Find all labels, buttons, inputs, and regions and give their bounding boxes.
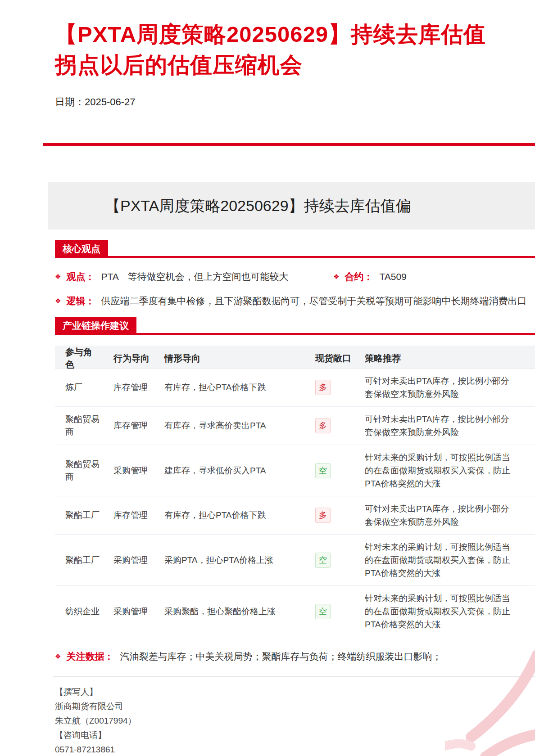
page-title-line2: 拐点以后的估值压缩机会 [55, 50, 303, 80]
exposure-badge: 多 [315, 508, 331, 523]
strategy-line: 针对未来的采购计划，可按照比例适当 [365, 540, 535, 554]
strategy-line: PTA价格突然的大涨 [365, 567, 535, 580]
footer-line: 【咨询电话】 [55, 728, 136, 742]
advice-table-body: 炼厂 库存管理 有库存，担心PTA价格下跌 多 可针对未卖出PTA库存，按比例小… [55, 369, 535, 637]
logic-value: 供应端二季度有集中检修，且下游聚酯数据尚可，尽管受制于关税等预期可能影响中长期终… [101, 296, 526, 306]
view-value: PTA 等待做空机会，但上方空间也可能较大 [101, 271, 288, 282]
cell-strategy: 可针对未卖出PTA库存，按比例小部分套保做空来预防意外风险 [365, 413, 535, 439]
cell-situation: 建库存，寻求低价买入PTA [164, 464, 315, 477]
cell-situation: 采购聚酯，担心聚酯价格上涨 [164, 605, 315, 618]
section-rule-advice [55, 333, 535, 335]
header-exposure: 现货敞口 [315, 352, 365, 364]
footer-line: 0571-87213861 [55, 742, 136, 756]
cell-situation: 采购PTA，担心PTA价格上涨 [164, 554, 315, 567]
cell-behavior: 采购管理 [113, 464, 164, 477]
cell-exposure: 空 [315, 463, 365, 478]
section-heading-core-view: 核心观点 [55, 240, 108, 258]
footer-author-block: 【撰写人】浙商期货有限公司朱立航（Z0017994）【咨询电话】0571-872… [55, 685, 136, 756]
cell-exposure: 多 [315, 380, 365, 395]
header-strategy: 策略推荐 [365, 352, 535, 364]
cell-behavior: 库存管理 [113, 381, 164, 394]
exposure-badge: 空 [315, 463, 331, 478]
page-title-line1: 【PXTA周度策略20250629】持续去库估值 [55, 20, 486, 50]
diamond-bullet-icon: ❖ [333, 273, 339, 280]
header-role: 参与角色 [55, 346, 113, 371]
publish-date: 日期：2025-06-27 [55, 95, 136, 109]
advice-table-header: 参与角色 行为导向 情形导向 现货敞口 策略推荐 [55, 346, 535, 369]
table-row: 炼厂 库存管理 有库存，担心PTA价格下跌 多 可针对未卖出PTA库存，按比例小… [55, 369, 535, 407]
contract-label: 合约： [345, 271, 373, 282]
advice-table: 参与角色 行为导向 情形导向 现货敞口 策略推荐 炼厂 库存管理 有库存，担心P… [55, 346, 535, 637]
strategy-line: PTA价格突然的大涨 [365, 477, 535, 490]
footer-line: 【撰写人】 [55, 685, 136, 699]
exposure-badge: 空 [315, 604, 331, 619]
cell-strategy: 可针对未卖出PTA库存，按比例小部分套保做空来预防意外风险 [365, 502, 535, 528]
cell-behavior: 采购管理 [113, 605, 164, 618]
focus-value: 汽油裂差与库存；中美关税局势；聚酯库存与负荷；终端纺织服装出口影响； [120, 651, 441, 662]
cell-behavior: 库存管理 [113, 509, 164, 522]
cell-strategy: 可针对未卖出PTA库存，按比例小部分套保做空来预防意外风险 [365, 374, 535, 400]
focus-label: 关注数据： [66, 651, 113, 662]
cell-role: 聚酯贸易商 [55, 458, 113, 483]
section-rule-core-view [55, 256, 535, 258]
cell-role: 炼厂 [55, 381, 113, 394]
cell-role: 纺织企业 [55, 605, 113, 618]
cell-behavior: 库存管理 [113, 419, 164, 432]
table-row: 聚酯工厂 采购管理 采购PTA，担心PTA价格上涨 空 针对未来的采购计划，可按… [55, 535, 535, 586]
exposure-badge: 多 [315, 418, 331, 433]
strategy-line: 可针对未卖出PTA库存，按比例小部分 [365, 374, 535, 387]
diamond-bullet-icon: ❖ [55, 297, 61, 305]
strategy-line: 可针对未卖出PTA库存，按比例小部分 [365, 502, 535, 515]
cell-strategy: 针对未来的采购计划，可按照比例适当的在盘面做期货或期权买入套保，防止PTA价格突… [365, 592, 535, 631]
bullet-contract: ❖合约：TA509 [333, 270, 407, 283]
table-row: 聚酯贸易商 采购管理 建库存，寻求低价买入PTA 空 针对未来的采购计划，可按照… [55, 445, 535, 496]
section-heading-advice: 产业链操作建议 [55, 317, 136, 335]
strategy-line: 的在盘面做期货或期权买入套保，防止 [365, 605, 535, 618]
strategy-line: 套保做空来预防意外风险 [365, 426, 535, 439]
strategy-line: 套保做空来预防意外风险 [365, 387, 535, 400]
table-row: 纺织企业 采购管理 采购聚酯，担心聚酯价格上涨 空 针对未来的采购计划，可按照比… [55, 586, 535, 637]
cell-exposure: 多 [315, 418, 365, 433]
brand-watermark [445, 630, 535, 756]
view-label: 观点： [66, 271, 95, 282]
strategy-line: 针对未来的采购计划，可按照比例适当 [365, 451, 535, 464]
strategy-line: 的在盘面做期货或期权买入套保，防止 [365, 464, 535, 477]
cell-exposure: 多 [315, 508, 365, 523]
footer-line: 朱立航（Z0017994） [55, 714, 136, 728]
table-row: 聚酯贸易商 库存管理 有库存，寻求高价卖出PTA 多 可针对未卖出PTA库存，按… [55, 407, 535, 445]
header-behavior: 行为导向 [113, 352, 164, 364]
cell-exposure: 空 [315, 553, 365, 568]
cell-exposure: 空 [315, 604, 365, 619]
cell-strategy: 针对未来的采购计划，可按照比例适当的在盘面做期货或期权买入套保，防止PTA价格突… [365, 540, 535, 580]
header-situation: 情形导向 [164, 352, 315, 364]
banner-title: 【PXTA周度策略20250629】持续去库估值偏 [105, 182, 411, 230]
strategy-line: 针对未来的采购计划，可按照比例适当 [365, 592, 535, 605]
strategy-line: 可针对未卖出PTA库存，按比例小部分 [365, 413, 535, 426]
diamond-bullet-icon: ❖ [55, 652, 61, 660]
strategy-line: 的在盘面做期货或期权买入套保，防止 [365, 554, 535, 567]
cell-strategy: 针对未来的采购计划，可按照比例适当的在盘面做期货或期权买入套保，防止PTA价格突… [365, 451, 535, 490]
cell-situation: 有库存，担心PTA价格下跌 [164, 509, 315, 522]
contract-value: TA509 [379, 271, 406, 282]
exposure-badge: 空 [315, 553, 331, 568]
cell-behavior: 采购管理 [113, 554, 164, 567]
bullet-logic: ❖逻辑：供应端二季度有集中检修，且下游聚酯数据尚可，尽管受制于关税等预期可能影响… [55, 295, 535, 307]
diamond-bullet-icon: ❖ [55, 273, 61, 280]
cell-situation: 有库存，担心PTA价格下跌 [164, 381, 315, 394]
top-divider [43, 143, 535, 146]
strategy-line: 套保做空来预防意外风险 [365, 515, 535, 528]
cell-role: 聚酯工厂 [55, 509, 113, 522]
bullet-view: ❖观点：PTA 等待做空机会，但上方空间也可能较大 [55, 270, 289, 283]
report-banner: 【PXTA周度策略20250629】持续去库估值偏 [48, 182, 535, 230]
strategy-line: PTA价格突然的大涨 [365, 618, 535, 631]
footer-line: 浙商期货有限公司 [55, 699, 136, 714]
table-row: 聚酯工厂 库存管理 有库存，担心PTA价格下跌 多 可针对未卖出PTA库存，按比… [55, 496, 535, 535]
exposure-badge: 多 [315, 380, 331, 395]
logic-label: 逻辑： [66, 296, 95, 306]
cell-situation: 有库存，寻求高价卖出PTA [164, 419, 315, 432]
cell-role: 聚酯工厂 [55, 554, 113, 567]
report-page: { "page": { "title_line1": "【PXTA周度策略202… [0, 0, 535, 756]
cell-role: 聚酯贸易商 [55, 413, 113, 438]
